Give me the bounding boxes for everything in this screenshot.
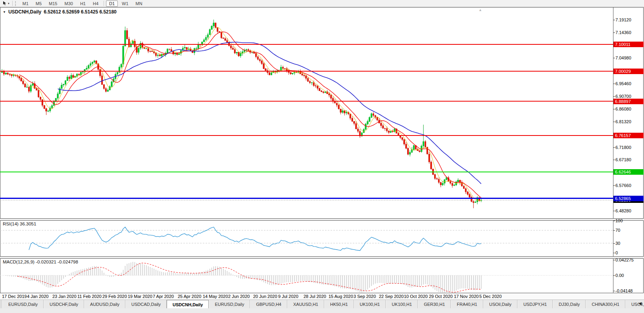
time-axis-label: 9 Jul 2020 (278, 294, 298, 299)
timeframe-button-mn[interactable]: MN (133, 0, 146, 7)
timeframe-button-group: M1M5M15M30H1H4D1W1MN (19, 0, 146, 7)
chart-tab-usoil-daily[interactable]: USOil,Daily (483, 300, 517, 309)
chart-tab-gbpusd-h4[interactable]: GBPUSD,H4 (250, 300, 287, 309)
axis-line (613, 221, 613, 256)
rsi-canvas[interactable] (0, 221, 644, 256)
price-tick-label: 7.04980 (615, 55, 631, 61)
axis-tick (613, 230, 615, 231)
time-axis-label: 14 May 2020 (203, 294, 228, 299)
macd-canvas[interactable] (0, 259, 644, 293)
chart-tab-xauusd-h1[interactable]: XAUUSD,H1 (287, 300, 324, 309)
chart-tab-fra40-h1[interactable]: FRA40,H1 (451, 300, 483, 309)
time-axis-label: 29 Feb 2020 (102, 294, 127, 299)
chart-tab-usdcad-daily[interactable]: USDCAD,Daily (125, 300, 167, 309)
chart-tab-china300-h1[interactable]: CHINA300,H1 (586, 300, 625, 309)
macd-label: MACD(12,26,9) -0.020321 -0.024798 (3, 260, 78, 264)
axis-tick (613, 185, 615, 186)
status-strip (0, 308, 644, 313)
time-axis-label: 3 Sep 2020 (354, 294, 376, 299)
rsi-tick-label: 30 (615, 240, 620, 246)
time-axis-label: 19 Mar 2020 (128, 294, 152, 299)
price-tick-label: 6.86080 (615, 106, 631, 112)
cursor-arrow-icon (2, 0, 7, 7)
chart-tab-uk100-h1[interactable]: UK100,H1 (354, 300, 386, 309)
time-axis-label: 17 Nov 2020 (454, 294, 479, 299)
time-axis-label: 25 Apr 2020 (178, 294, 201, 299)
time-axis-label: 2 Jun 2020 (228, 294, 250, 299)
axis-tick (613, 96, 615, 97)
chart-title: ▼ USDCNH,Daily 6.52612 6.52659 6.51425 6… (3, 9, 117, 15)
rsi-tick-label: 0 (615, 250, 618, 256)
chart-tabs: EURUSD,DailyUSDCHF,DailyAUDUSD,DailyUSDC… (0, 300, 644, 309)
level-price-label: 6.52865 (613, 196, 644, 201)
chart-tab-uk100-h1[interactable]: UK100,H1 (386, 300, 418, 309)
axis-line (613, 259, 613, 293)
timeframe-button-m30[interactable]: M30 (61, 0, 76, 7)
chart-tab-hk50-h1[interactable]: HK50,H1 (324, 300, 354, 309)
axis-tick (613, 147, 615, 148)
chart-tab-usdchf-daily[interactable]: USDCHF,Daily (44, 300, 84, 309)
price-tick-label: 6.48280 (615, 208, 631, 214)
rsi-tick-label: 100 (615, 218, 623, 223)
chevron-down-icon[interactable]: ▾ (8, 2, 10, 5)
level-price-label: 6.88897 (613, 99, 644, 104)
timeframe-button-m1[interactable]: M1 (19, 0, 32, 7)
price-tick-label: 7.19120 (615, 17, 631, 23)
price-tick-label: 6.71800 (615, 145, 631, 150)
chart-tab-eurusd-daily[interactable]: EURUSD,Daily (2, 300, 44, 309)
axis-tick (613, 58, 615, 58)
chart-tab-usdcnh-daily[interactable]: USDCNH,Daily (167, 300, 209, 309)
time-axis-label: 23 Jan 2020 (52, 294, 77, 299)
level-price-label: 6.62646 (613, 169, 644, 175)
axis-tick (613, 291, 615, 291)
toolbar-separator (104, 1, 104, 6)
price-tick-label: 7.14360 (615, 30, 631, 35)
chart-symbol-label: USDCNH,Daily (8, 9, 41, 15)
axis-tick (613, 122, 615, 122)
rsi-tick-label: 70 (615, 227, 620, 233)
price-tick-label: 6.81320 (615, 119, 631, 124)
timeframe-button-m5[interactable]: M5 (33, 0, 45, 7)
time-axis-label: 15 Aug 2020 (329, 294, 353, 299)
axis-tick (613, 260, 615, 260)
axis-line (613, 8, 613, 218)
chart-collapse-icon[interactable]: ▼ (3, 10, 6, 14)
time-axis-label: 11 Feb 2020 (77, 294, 102, 299)
axis-tick (613, 84, 615, 84)
top-toolbar: ▾ M1M5M15M30H1H4D1W1MN (0, 0, 644, 7)
time-axis-label: 7 Apr 2020 (153, 294, 174, 299)
chart-tab-usdjpy-h1[interactable]: USDJPY,H1 (517, 300, 553, 309)
axis-tick (613, 211, 615, 211)
timeframe-button-w1[interactable]: W1 (119, 0, 132, 7)
level-price-label: 7.10011 (613, 42, 644, 47)
axis-tick (613, 253, 615, 253)
timeframe-button-m15[interactable]: M15 (46, 0, 60, 7)
scroll-to-latest-icon[interactable]: ▲ (479, 8, 482, 12)
cursor-tool-button[interactable]: ▾ (1, 0, 11, 6)
timeframe-button-h4[interactable]: H4 (90, 0, 102, 7)
time-axis-label: 20 Jun 2020 (253, 294, 277, 299)
chart-tab-audusd-daily[interactable]: AUDUSD,Daily (84, 300, 125, 309)
time-axis-label: 17 Dec 2019 (2, 294, 27, 299)
axis-tick (613, 32, 615, 33)
axis-tick (613, 20, 615, 20)
macd-tick-label: 0.00 (615, 273, 624, 278)
price-tick-label: 6.90700 (615, 94, 631, 99)
time-axis-label: 29 Oct 2020 (429, 294, 453, 299)
tabs-scroll-left-icon[interactable]: ◀ (637, 300, 643, 306)
axis-tick (613, 160, 615, 160)
chart-tab-dj30-daily[interactable]: DJ30,Daily (553, 300, 586, 309)
level-price-label: 7.00029 (613, 69, 644, 74)
time-axis-label: 5 Dec 2020 (479, 294, 502, 299)
axis-tick (613, 221, 615, 221)
chart-tab-eurusd-daily[interactable]: EURUSD,Daily (209, 300, 250, 309)
mt4-window: ▾ M1M5M15M30H1H4D1W1MN ▼ USDCNH,Daily 6.… (0, 0, 644, 313)
timeframe-button-d1[interactable]: D1 (106, 0, 118, 7)
time-axis[interactable]: 17 Dec 20194 Jan 202023 Jan 202011 Feb 2… (0, 293, 644, 300)
toolbar-separator (12, 1, 13, 6)
axis-tick (613, 109, 615, 109)
toolbar-grip[interactable] (15, 1, 17, 6)
timeframe-button-h1[interactable]: H1 (77, 0, 89, 7)
price-chart-canvas[interactable] (0, 8, 644, 218)
chart-tab-ger30-h1[interactable]: GER30,H1 (418, 300, 451, 309)
